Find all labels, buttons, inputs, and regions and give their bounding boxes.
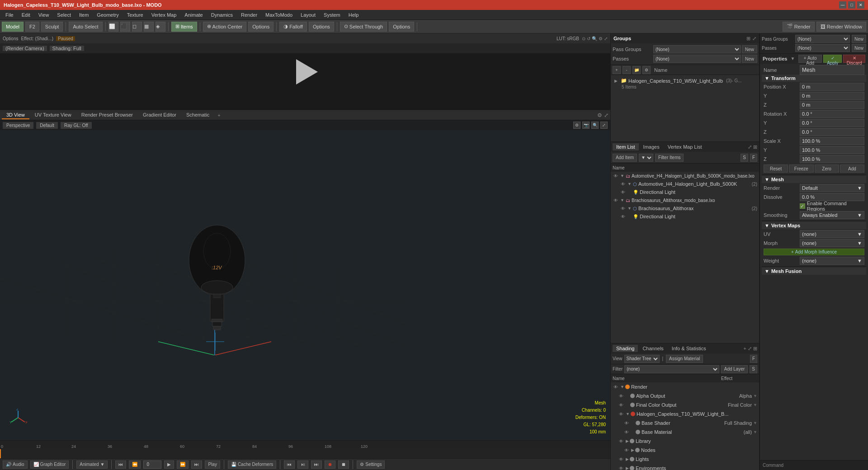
preview-icon-3[interactable]: 🔍 bbox=[592, 36, 597, 41]
il-expand-5[interactable]: ▼ bbox=[627, 206, 632, 211]
sh-vis-base-shader[interactable]: 👁 bbox=[623, 420, 630, 426]
group-settings-button[interactable]: ⚙ bbox=[642, 66, 651, 74]
sh-row-base-material[interactable]: 👁 Base Material (all) ▼ bbox=[622, 428, 759, 437]
shading-mode-button[interactable]: Default bbox=[36, 122, 58, 129]
zero-button[interactable]: Zero bbox=[815, 164, 839, 173]
tab-channels[interactable]: Channels bbox=[639, 345, 667, 352]
sh-expand-environments[interactable]: ▶ bbox=[626, 466, 629, 470]
close-button[interactable]: ✕ bbox=[857, 1, 864, 9]
sh-vis-nodes[interactable]: 👁 bbox=[623, 447, 630, 453]
auto-add-button[interactable]: + Auto Add bbox=[798, 55, 822, 63]
preview-icon-1[interactable]: ⊙ bbox=[582, 36, 585, 41]
tab-info-statistics[interactable]: Info & Statistics bbox=[668, 345, 710, 352]
menu-dynamics[interactable]: Dynamics bbox=[208, 11, 236, 19]
menu-layout[interactable]: Layout bbox=[297, 11, 319, 19]
enable-command-checkbox[interactable]: ✓ bbox=[800, 203, 805, 209]
timeline-playhead[interactable] bbox=[0, 449, 1, 458]
vp-tab-icon-2[interactable]: ⤢ bbox=[604, 112, 609, 118]
sh-row-nodes[interactable]: 👁 ▶ Nodes bbox=[622, 446, 759, 455]
options-button-2[interactable]: Options bbox=[309, 22, 334, 32]
prop-scale-y-field[interactable]: 100.0 % bbox=[800, 146, 864, 154]
play-button[interactable]: Play bbox=[205, 461, 220, 469]
audio-button[interactable]: 🔊 Audio bbox=[3, 461, 28, 469]
sh-row-alpha[interactable]: 👁 Alpha Output Alpha ▼ bbox=[616, 391, 759, 400]
tab-vertex-map-list[interactable]: Vertex Map List bbox=[664, 143, 706, 150]
apply-button[interactable]: ✓ Apply bbox=[823, 55, 842, 63]
prop-rotation-x-field[interactable]: 0.0 ° bbox=[800, 110, 864, 118]
freeze-button[interactable]: Freeze bbox=[789, 164, 813, 173]
il-row-file2[interactable]: 👁 ▼ 🗂 Brachiosaurus_Altithorax_modo_base… bbox=[611, 196, 759, 204]
tool-icon-5[interactable]: ◈ bbox=[156, 22, 165, 32]
il-icon-settings[interactable]: ⊞ bbox=[753, 144, 757, 150]
passes-new-button[interactable]: New bbox=[742, 55, 757, 63]
sh-row-base-shader[interactable]: 👁 Base Shader Full Shading ▼ bbox=[622, 418, 759, 428]
auto-select-button[interactable]: Auto Select bbox=[69, 22, 102, 32]
perspective-button[interactable]: Perspective bbox=[3, 122, 33, 129]
menu-system[interactable]: System bbox=[320, 11, 344, 19]
tab-render-preset-browser[interactable]: Render Preset Browser bbox=[77, 111, 137, 119]
sh-expand-render[interactable]: ▼ bbox=[620, 385, 624, 389]
cache-deformers-button[interactable]: 💾 Cache Deformers bbox=[228, 461, 276, 469]
item-list-content[interactable]: 👁 ▼ 🗂 Automotive_H4_Halogen_Light_Bulb_5… bbox=[611, 172, 759, 343]
prop-scale-x-field[interactable]: 100.0 % bbox=[800, 137, 864, 145]
transport-icon-3[interactable]: ⏭ bbox=[311, 461, 322, 469]
transform-section-header[interactable]: ▼ Transform bbox=[762, 75, 866, 82]
transport-icon-2[interactable]: ⏯ bbox=[297, 461, 308, 469]
tool-icon-4[interactable]: ▦ bbox=[144, 22, 154, 32]
vp-tab-icon-1[interactable]: ⚙ bbox=[597, 112, 602, 118]
render-button[interactable]: 🎬 Render bbox=[783, 22, 815, 32]
menu-select[interactable]: Select bbox=[53, 11, 75, 19]
sh-vis-halogen[interactable]: 👁 bbox=[618, 411, 624, 417]
sh-row-render[interactable]: 👁 ▼ Render bbox=[611, 382, 759, 391]
mode-sculpt-button[interactable]: Sculpt bbox=[41, 22, 63, 32]
tab-schematic[interactable]: Schematic bbox=[182, 111, 214, 119]
tool-icon-3[interactable]: ◻ bbox=[132, 22, 142, 32]
pass-groups-new-button[interactable]: New bbox=[742, 45, 757, 53]
menu-file[interactable]: File bbox=[2, 11, 17, 19]
il-expand-4[interactable]: ▼ bbox=[620, 198, 625, 202]
preview-play-button[interactable] bbox=[292, 58, 319, 85]
transport-prev-button[interactable]: ⏪ bbox=[129, 461, 141, 469]
passes-select[interactable]: (None) bbox=[653, 55, 741, 63]
add-morph-influence-button[interactable]: + Add Morph Influence bbox=[764, 249, 864, 255]
tool-icon-1[interactable]: ⬜ bbox=[108, 22, 118, 32]
group-row-main[interactable]: ▶ 📁 Halogen_Capeless_T10_W5W_Light_Bulb … bbox=[613, 77, 757, 85]
il-row-light1[interactable]: 👁 ▶ 💡 Directional Light bbox=[618, 188, 759, 196]
discard-button[interactable]: ✕ Discard bbox=[843, 55, 865, 63]
reset-button[interactable]: Reset bbox=[764, 164, 788, 173]
prop-render-dropdown[interactable]: Default ▼ bbox=[800, 184, 864, 192]
sh-row-lights[interactable]: 👁 ▶ Lights bbox=[616, 455, 759, 464]
sh-vis-alpha[interactable]: 👁 bbox=[618, 393, 624, 399]
minimize-button[interactable]: — bbox=[839, 1, 846, 9]
falloff-button[interactable]: ◑ Falloff bbox=[279, 22, 307, 32]
maximize-button[interactable]: □ bbox=[848, 1, 855, 9]
shading-content[interactable]: 👁 ▼ Render 👁 Alpha Output Alpha ▼ 👁 bbox=[611, 382, 759, 470]
mode-f2-button[interactable]: F2 bbox=[25, 22, 39, 32]
groups-icon-1[interactable]: ⊞ bbox=[746, 36, 750, 42]
sh-row-halogen[interactable]: 👁 ▼ Halogen_Capeless_T10_W5W_Light_B... bbox=[616, 409, 759, 418]
right-passes-new-button[interactable]: New bbox=[852, 44, 866, 52]
animated-button[interactable]: Animated ▼ bbox=[76, 461, 108, 469]
tab-uv-texture-view[interactable]: UV Texture View bbox=[30, 111, 76, 119]
prop-rotation-y-field[interactable]: 0.0 ° bbox=[800, 119, 864, 127]
render-window-button[interactable]: 🖼 Render Window bbox=[816, 22, 866, 32]
il-row-mesh2[interactable]: 👁 ▼ ⬡ Brachiosaurus_Altithorax (2) bbox=[618, 204, 759, 212]
il-vis-2[interactable]: 👁 bbox=[620, 181, 626, 187]
prop-dissolve-field[interactable]: 0.0 % bbox=[800, 193, 864, 201]
il-vis-4[interactable]: 👁 bbox=[613, 197, 619, 203]
mode-model-button[interactable]: Model bbox=[2, 22, 24, 32]
shading-view-select[interactable]: Shader Tree bbox=[624, 355, 660, 363]
transport-end-button[interactable]: ⏭ bbox=[191, 461, 202, 469]
prop-position-y-field[interactable]: 0 m bbox=[800, 92, 864, 100]
sh-expand-halogen[interactable]: ▼ bbox=[626, 412, 630, 416]
menu-animate[interactable]: Animate bbox=[181, 11, 206, 19]
timeline[interactable]: 0 12 24 36 48 60 72 84 96 108 120 bbox=[0, 440, 610, 458]
graph-editor-button[interactable]: 📈 Graph Editor bbox=[30, 461, 69, 469]
sh-expand-nodes[interactable]: ▶ bbox=[631, 448, 634, 452]
vertex-maps-section-header[interactable]: ▼ Vertex Maps bbox=[762, 222, 866, 229]
sh-icon-add[interactable]: + bbox=[744, 346, 746, 351]
sh-icon-expand[interactable]: ⤢ bbox=[748, 346, 752, 352]
sh-vis-final[interactable]: 👁 bbox=[618, 402, 624, 408]
action-center-button[interactable]: ⊕ Action Center bbox=[203, 22, 247, 32]
properties-settings-icon[interactable]: ▼ bbox=[788, 56, 797, 61]
